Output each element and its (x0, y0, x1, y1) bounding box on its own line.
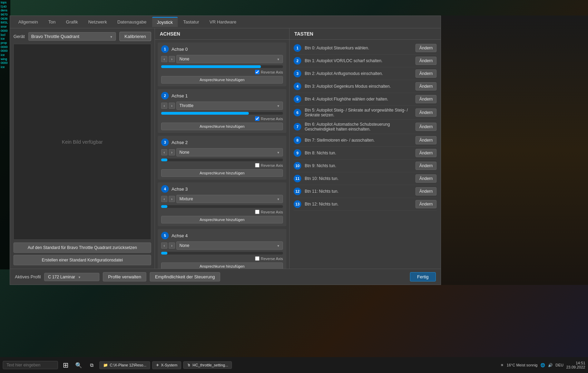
axis-2-prev-button[interactable]: ‹ (161, 149, 167, 155)
axis-0-reverse-checkbox[interactable] (255, 70, 259, 74)
axis-1-next-button[interactable]: › (169, 103, 175, 109)
tab-tastatur[interactable]: Tastatur (178, 17, 204, 27)
axis-0-reverse-label[interactable]: Reverse Axis (255, 70, 283, 74)
axis-1-reverse-label[interactable]: Reverse Axis (255, 116, 283, 121)
axis-4-reverse-checkbox[interactable] (255, 256, 259, 261)
button-1-action[interactable]: Ändern (415, 57, 437, 65)
axis-1-response-curve-button[interactable]: Ansprechkurve hinzufügen (161, 123, 283, 130)
axis-1-fill (161, 112, 249, 115)
axis-3-reverse-checkbox[interactable] (255, 210, 259, 214)
axis-3-next-button[interactable]: › (169, 196, 175, 202)
axis-3-reverse-label[interactable]: Reverse Axis (255, 210, 283, 214)
tab-allgemein[interactable]: Allgemein (13, 17, 43, 27)
axis-0-fill (161, 65, 261, 68)
content-area: Gerät Bravo Throttle Quadrant Kalibriere… (10, 28, 441, 269)
tab-vr-hardware[interactable]: VR Hardware (205, 17, 241, 27)
axis-2-reverse-label[interactable]: Reverse Axis (255, 163, 283, 168)
axis-2-track (161, 159, 283, 161)
button-5-label: Btn 5: Autopilot Steig- / Sinkrate auf v… (305, 108, 412, 117)
axis-item-0: 1 Achse 0 ‹ › None (158, 42, 286, 86)
axis-3-dropdown[interactable]: Mixture (176, 195, 283, 203)
tab-grafik[interactable]: Grafik (61, 17, 83, 27)
device-label: Gerät (13, 34, 25, 39)
buttons-list: 1 Btn 0: Autopilot Steuerkurs wählen. Än… (290, 40, 441, 213)
axis-0-dropdown[interactable]: None (176, 55, 283, 63)
taskbar-file-manager-btn[interactable]: 📁 C:\X-Plane 12\Reso... (99, 361, 150, 369)
tab-netzwerk[interactable]: Netzwerk (84, 17, 112, 27)
axis-1-reverse-checkbox[interactable] (255, 116, 259, 121)
axis-item-3: 4 Achse 3 ‹ › Mixture (158, 182, 286, 226)
axis-0-name: Achse 0 (172, 47, 188, 52)
axis-2-header: 3 Achse 2 (161, 138, 283, 146)
taskbar-task-view-icon[interactable]: ⧉ (86, 360, 97, 371)
axis-4-dropdown[interactable]: None (176, 241, 283, 250)
button-9-label: Btn 9: Nichts tun. (305, 163, 412, 168)
sensitivity-button[interactable]: Empfindlichkeit der Steuerung (150, 272, 220, 281)
taskbar-windows-icon[interactable]: ⊞ (60, 360, 71, 371)
axis-0-prev-button[interactable]: ‹ (161, 56, 167, 62)
button-2-action[interactable]: Ändern (415, 69, 437, 78)
button-row-1: 2 Btn 1: Autopilot VOR/LOC scharf schalt… (294, 55, 437, 67)
sidebar-data: topsl140dens96700636tMSLsnor0000loclicep… (1, 1, 10, 69)
axis-4-response-curve-button[interactable]: Ansprechkurve hinzufügen (161, 262, 283, 269)
axis-1-controls: ‹ › Throttle (161, 102, 283, 110)
button-11-number: 12 (294, 188, 301, 195)
taskbar: ⊞ 🔍 ⧉ 📁 C:\X-Plane 12\Reso... ✈ X-System… (0, 357, 588, 373)
button-2-label: Btn 2: Autopilot Anflugsmodus einschalte… (305, 71, 412, 76)
axis-1-name: Achse 1 (172, 93, 188, 98)
done-button[interactable]: Fertig (410, 272, 436, 281)
axis-3-reverse-text: Reverse Axis (261, 210, 283, 214)
taskbar-search-input[interactable] (3, 361, 58, 369)
axis-1-dropdown[interactable]: Throttle (176, 102, 283, 110)
create-config-button[interactable]: Erstellen einer Standard Konfigurationsd… (13, 255, 151, 265)
axis-0-next-button[interactable]: › (169, 56, 175, 62)
reset-button[interactable]: Auf den Standard für Bravo Throttle Quad… (13, 242, 151, 253)
button-0-action[interactable]: Ändern (415, 44, 437, 52)
button-9-number: 10 (294, 162, 301, 170)
axis-0-options: Reverse Axis (161, 70, 283, 74)
active-profile-select[interactable]: C 172 Laminar (44, 273, 99, 281)
button-11-action[interactable]: Ändern (415, 187, 437, 195)
button-8-number: 9 (294, 149, 301, 157)
button-0-number: 1 (294, 44, 301, 52)
device-row: Gerät Bravo Throttle Quadrant Kalibriere… (13, 32, 151, 41)
tab-ton[interactable]: Ton (43, 17, 60, 27)
button-8-action[interactable]: Ändern (415, 149, 437, 157)
device-select[interactable]: Bravo Throttle Quadrant (28, 32, 116, 41)
button-9-action[interactable]: Ändern (415, 162, 437, 170)
button-7-action[interactable]: Ändern (415, 136, 437, 144)
taskbar-search-icon[interactable]: 🔍 (73, 360, 84, 371)
axis-2-response-curve-button[interactable]: Ansprechkurve hinzufügen (161, 169, 283, 177)
device-chevron-icon (110, 34, 113, 39)
button-10-action[interactable]: Ändern (415, 174, 437, 183)
tab-joystick[interactable]: Joystick (152, 17, 178, 27)
calibrate-button[interactable]: Kalibrieren (119, 32, 151, 41)
axis-4-reverse-label[interactable]: Reverse Axis (255, 256, 283, 261)
buttons-panel: TASTEN 1 Btn 0: Autopilot Steuerkurs wäh… (290, 28, 441, 269)
button-3-action[interactable]: Ändern (415, 82, 437, 90)
axis-4-next-button[interactable]: › (169, 242, 175, 249)
axis-2-dropdown[interactable]: None (176, 148, 283, 156)
axis-2-reverse-text: Reverse Axis (261, 163, 283, 168)
axis-4-prev-button[interactable]: ‹ (161, 242, 167, 249)
axis-2-name: Achse 2 (172, 140, 188, 145)
axis-item-1: 2 Achse 1 ‹ › Throttle (158, 89, 286, 133)
manage-profiles-button[interactable]: Profile verwalten (103, 272, 146, 281)
taskbar-hc-btn[interactable]: 🖱 HC_throttle_setting... (183, 361, 232, 369)
axis-3-prev-button[interactable]: ‹ (161, 196, 167, 202)
button-5-action[interactable]: Ändern (415, 108, 437, 117)
axis-2-reverse-checkbox[interactable] (255, 163, 259, 168)
taskbar-xplane-btn[interactable]: ✈ X-System (152, 361, 181, 369)
tab-datenausgabe[interactable]: Datenausgabe (112, 17, 151, 27)
axis-1-prev-button[interactable]: ‹ (161, 103, 167, 109)
axis-3-assignment: Mixture (179, 197, 193, 201)
button-4-action[interactable]: Ändern (415, 95, 437, 103)
axis-1-header: 2 Achse 1 (161, 92, 283, 99)
axis-2-progress-container (161, 159, 283, 161)
button-6-action[interactable]: Ändern (415, 123, 437, 131)
axis-2-next-button[interactable]: › (169, 149, 175, 155)
axis-3-controls: ‹ › Mixture (161, 195, 283, 203)
axis-0-response-curve-button[interactable]: Ansprechkurve hinzufügen (161, 76, 283, 84)
axis-3-response-curve-button[interactable]: Ansprechkurve hinzufügen (161, 216, 283, 223)
button-12-action[interactable]: Ändern (415, 200, 437, 208)
